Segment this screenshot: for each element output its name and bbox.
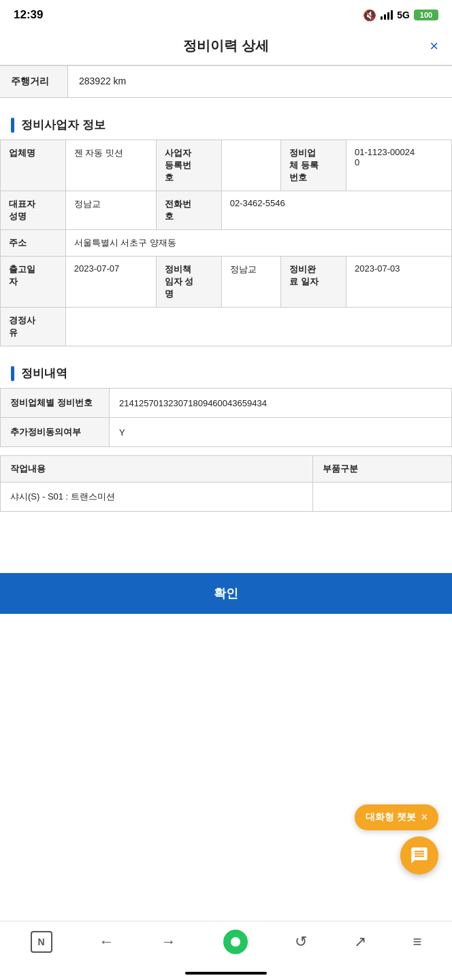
work-table: 작업내용 부품구분 샤시(S) - S01 : 트랜스미션 xyxy=(0,455,452,512)
repair-complete-label: 정비완료 일자 xyxy=(281,257,346,308)
phone-label: 전화번호 xyxy=(156,191,221,230)
status-time: 12:39 xyxy=(14,8,43,22)
section-bar-icon-2 xyxy=(11,366,14,381)
chatbot-close-button[interactable]: × xyxy=(421,811,427,823)
rep-name-value: 정남교 xyxy=(65,191,156,230)
chat-icon xyxy=(410,846,429,865)
release-date-value: 2023-07-07 xyxy=(65,257,156,308)
biz-reg-label: 사업자등록번호 xyxy=(156,140,221,191)
work-content-header: 작업내용 xyxy=(1,456,313,483)
table-row: 업체명 젠 자동 밋션 사업자등록번호 정비업체 등록번호 01-1123-00… xyxy=(1,140,452,191)
business-info-heading: 정비사업자 정보 xyxy=(0,106,452,140)
repair-reg-label: 정비업체 등록번호 xyxy=(281,140,346,191)
work-content-value: 샤시(S) - S01 : 트랜스미션 xyxy=(1,483,313,512)
status-icons: 🔇 5G 100 xyxy=(363,9,438,22)
chatbot-fab-button[interactable] xyxy=(400,836,438,875)
correction-value xyxy=(65,308,451,346)
release-date-label: 출고일자 xyxy=(1,257,66,308)
table-row: 출고일자 2023-07-07 정비책임자 성명 정남교 정비완료 일자 202… xyxy=(1,257,452,308)
mute-icon: 🔇 xyxy=(363,9,376,22)
business-info-table: 업체명 젠 자동 밋션 사업자등록번호 정비업체 등록번호 01-1123-00… xyxy=(0,140,452,346)
nav-menu-button[interactable]: ≡ xyxy=(413,933,422,951)
table-row: 정비업체별 정비번호 21412570132307180946004365943… xyxy=(1,389,452,418)
repair-manager-value: 정남교 xyxy=(221,257,281,308)
nav-back-button[interactable]: ← xyxy=(99,933,114,951)
nav-share-button[interactable]: ↗ xyxy=(354,933,366,951)
part-type-header: 부품구분 xyxy=(313,456,452,483)
chatbot-label: 대화형 챗봇 xyxy=(366,811,416,823)
table-row: 주소 서울특별시 서초구 양재동 xyxy=(1,230,452,257)
chatbot-bubble[interactable]: 대화형 챗봇 × xyxy=(355,804,438,830)
repair-detail-table: 정비업체별 정비번호 21412570132307180946004365943… xyxy=(0,388,452,447)
repair-num-value: 214125701323071809460043659434 xyxy=(110,389,452,418)
table-row: 샤시(S) - S01 : 트랜스미션 xyxy=(1,483,452,512)
page-title: 정비이력 상세 xyxy=(183,37,269,55)
table-row: 대표자성명 정남교 전화번호 02-3462-5546 xyxy=(1,191,452,230)
content-area: 주행거리 283922 km 정비사업자 정보 업체명 젠 자동 밋션 사업자등… xyxy=(0,65,452,614)
table-header-row: 작업내용 부품구분 xyxy=(1,456,452,483)
nav-refresh-button[interactable]: ↺ xyxy=(295,933,307,951)
table-row: 경정사유 xyxy=(1,308,452,346)
repair-num-label: 정비업체별 정비번호 xyxy=(1,389,110,418)
additional-consent-value: Y xyxy=(110,418,452,447)
table-row: 추가정비동의여부 Y xyxy=(1,418,452,447)
signal-bars xyxy=(381,10,393,20)
phone-value: 02-3462-5546 xyxy=(221,191,451,230)
section-bar-icon xyxy=(11,118,14,133)
rep-name-label: 대표자성명 xyxy=(1,191,66,230)
nav-naver-button[interactable]: N xyxy=(31,931,52,953)
nav-home-button[interactable] xyxy=(223,930,248,954)
part-type-value xyxy=(313,483,452,512)
status-bar: 12:39 🔇 5G 100 xyxy=(0,0,452,27)
page-header: 정비이력 상세 × xyxy=(0,27,452,65)
address-value: 서울특별시 서초구 양재동 xyxy=(65,230,451,257)
repair-complete-value: 2023-07-03 xyxy=(346,257,452,308)
repair-history-heading: 정비내역 xyxy=(0,355,452,388)
company-label: 업체명 xyxy=(1,140,66,191)
network-label: 5G xyxy=(397,10,410,20)
additional-consent-label: 추가정비동의여부 xyxy=(1,418,110,447)
confirm-button[interactable]: 확인 xyxy=(0,573,452,614)
address-label: 주소 xyxy=(1,230,66,257)
mileage-label: 주행거리 xyxy=(0,66,68,97)
company-value: 젠 자동 밋션 xyxy=(65,140,156,191)
nav-forward-button[interactable]: → xyxy=(161,933,176,951)
close-button[interactable]: × xyxy=(430,39,438,54)
biz-reg-value xyxy=(221,140,281,191)
mileage-row: 주행거리 283922 km xyxy=(0,65,452,98)
repair-manager-label: 정비책임자 성명 xyxy=(156,257,221,308)
correction-label: 경정사유 xyxy=(1,308,66,346)
home-indicator xyxy=(185,972,267,975)
repair-reg-value: 01-1123-000240 xyxy=(346,140,452,191)
bottom-navigation: N ← → ↺ ↗ ≡ xyxy=(0,921,452,960)
battery-indicator: 100 xyxy=(414,10,438,20)
mileage-value: 283922 km xyxy=(68,66,137,97)
